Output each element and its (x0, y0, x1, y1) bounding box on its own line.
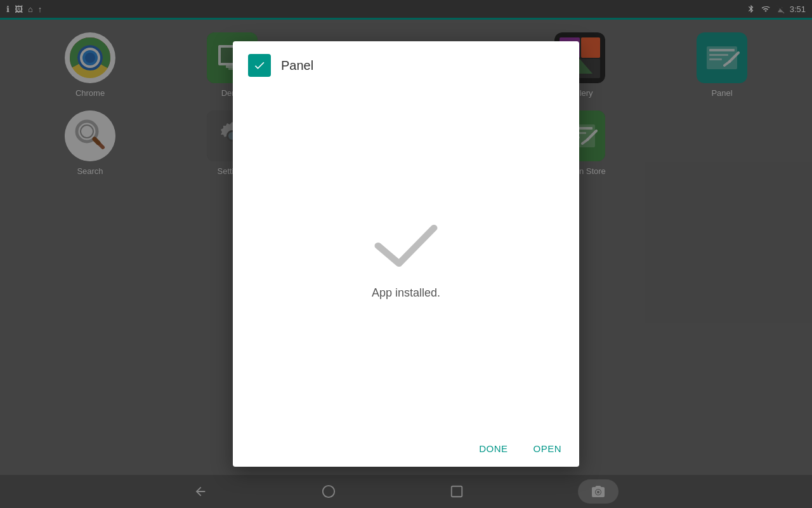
dialog-header-icon (248, 54, 271, 77)
install-dialog: Panel App installed. DONE OPEN (233, 41, 579, 467)
open-button[interactable]: OPEN (525, 438, 569, 459)
dialog-header: Panel (233, 41, 579, 90)
installed-message: App installed. (372, 286, 440, 300)
dialog-title: Panel (281, 58, 313, 73)
dialog-body: App installed. (233, 90, 579, 431)
done-button[interactable]: DONE (471, 438, 515, 459)
check-mark-icon (371, 220, 441, 271)
dialog-footer: DONE OPEN (233, 431, 579, 467)
